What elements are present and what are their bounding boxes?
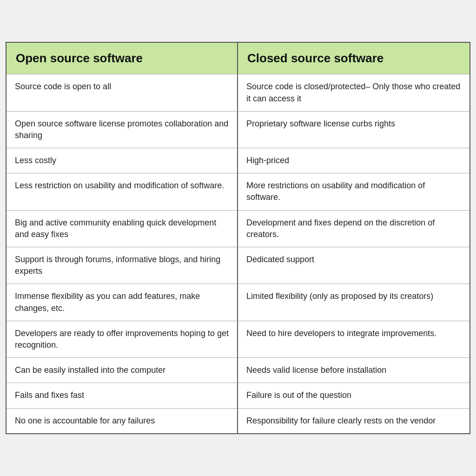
row-8-open-cell: Can be easily installed into the compute… — [7, 357, 238, 383]
row-4-open-cell: Big and active community enabling quick … — [7, 210, 238, 247]
row-3-open-cell: Less restriction on usability and modifi… — [7, 173, 238, 210]
row-6-open-cell: Immense flexibility as you can add featu… — [7, 284, 238, 320]
row-4-closed-cell: Development and fixes depend on the disc… — [238, 210, 469, 247]
row-8-closed-cell: Needs valid license before installation — [238, 357, 469, 383]
row-5-open-cell: Support is through forums, informative b… — [7, 247, 238, 284]
row-5-closed-cell: Dedicated support — [238, 247, 469, 284]
table-header: Open source software Closed source softw… — [7, 43, 469, 74]
row-0-open-cell: Source code is open to all — [7, 74, 238, 111]
row-1-closed-cell: Proprietary software license curbs right… — [238, 111, 469, 148]
table-body: Source code is open to allSource code is… — [7, 74, 469, 433]
row-9-closed-cell: Failure is out of the question — [238, 383, 469, 408]
row-10-open-cell: No one is accountable for any failures — [7, 408, 238, 433]
row-9-open-cell: Fails and fixes fast — [7, 383, 238, 408]
row-0-closed-cell: Source code is closed/protected– Only th… — [238, 74, 469, 111]
closed-source-header: Closed source software — [238, 43, 469, 74]
row-7-closed-cell: Need to hire developers to integrate imp… — [238, 321, 469, 357]
row-1-open-cell: Open source software license promotes co… — [7, 111, 238, 148]
row-2-open-cell: Less costly — [7, 148, 238, 173]
comparison-table: Open source software Closed source softw… — [6, 42, 470, 434]
row-6-closed-cell: Limited flexibility (only as proposed by… — [238, 284, 469, 320]
row-3-closed-cell: More restrictions on usability and modif… — [238, 173, 469, 210]
open-source-header: Open source software — [7, 43, 238, 74]
row-10-closed-cell: Responsibility for failure clearly rests… — [238, 408, 469, 433]
row-7-open-cell: Developers are ready to offer improvemen… — [7, 321, 238, 357]
row-2-closed-cell: High-priced — [238, 148, 469, 173]
